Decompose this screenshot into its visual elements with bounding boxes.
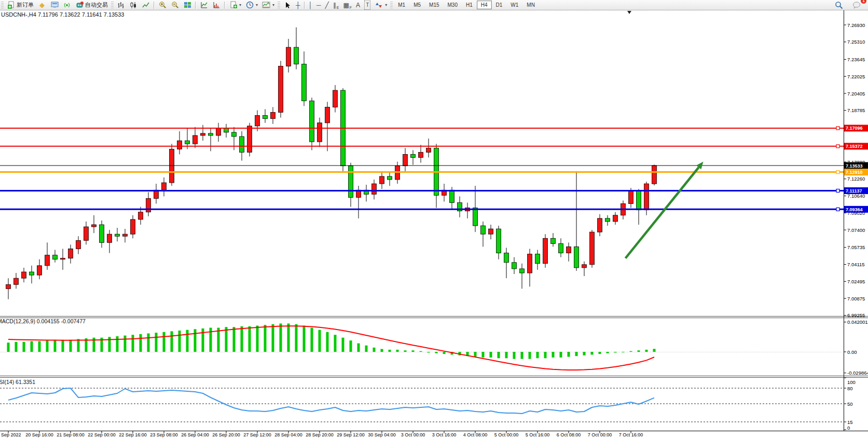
candle-body — [294, 47, 299, 64]
cursor-button[interactable] — [281, 0, 294, 10]
macd-histogram-bar — [163, 332, 166, 352]
macd-histogram-bar — [334, 335, 337, 352]
time-axis-label: 7 Oct 00:00 — [588, 432, 612, 437]
template-button[interactable]: ▾ — [260, 0, 277, 10]
candle-body — [582, 265, 587, 268]
macd-histogram-bar — [529, 352, 531, 359]
channel-button[interactable]: ∥ E — [331, 0, 341, 10]
candle-body — [302, 64, 307, 101]
candle-body — [590, 232, 595, 265]
indicator-list-button[interactable] — [210, 0, 223, 10]
crosshair-button[interactable]: ┼ — [294, 0, 302, 10]
bar-chart-button[interactable] — [115, 0, 127, 10]
candle-body — [637, 191, 641, 210]
signals-button[interactable] — [61, 0, 73, 10]
price-tick-label: 7.05735 — [847, 244, 865, 250]
candle-body — [201, 133, 205, 135]
tile-windows-button[interactable] — [181, 0, 194, 10]
clock-icon — [245, 1, 254, 9]
macd-histogram-bar — [536, 352, 539, 358]
zoom-in-button[interactable] — [156, 0, 169, 10]
macd-histogram-bar — [544, 352, 547, 358]
market-watch-icon — [50, 1, 59, 9]
indicator-window-button[interactable] — [198, 0, 210, 10]
candle-body — [139, 212, 143, 220]
timeframe-button-H4[interactable]: H4 — [477, 1, 492, 9]
signals-icon — [63, 1, 71, 9]
candle-body — [30, 272, 34, 275]
trend-arrow-shaft[interactable] — [626, 167, 699, 258]
timeframe-button-M15[interactable]: M15 — [425, 1, 443, 9]
timeframe-button-MN[interactable]: MN — [522, 1, 539, 9]
candle-body — [426, 148, 431, 152]
hline-handle[interactable] — [836, 208, 839, 211]
timeframe-button-M30[interactable]: M30 — [444, 1, 462, 9]
macd-histogram-bar — [513, 352, 516, 359]
hline-handle[interactable] — [836, 171, 839, 174]
macd-histogram-bar — [498, 352, 500, 358]
text-tool-button[interactable]: A — [354, 0, 362, 10]
candle-body — [100, 225, 104, 242]
price-tag-label: 7.15372 — [846, 144, 863, 149]
candle-body — [481, 226, 486, 234]
price-tag-label: 7.11137 — [846, 188, 862, 194]
candlestick-chart-button[interactable] — [127, 0, 140, 10]
macd-histogram-bar — [124, 336, 127, 352]
macd-histogram-bar — [568, 352, 570, 357]
timeframe-button-M1[interactable]: M1 — [394, 1, 409, 9]
price-tick-label: 7.22025 — [847, 74, 865, 79]
dropdown-arrow-icon: ▾ — [272, 3, 274, 7]
shapes-button[interactable]: ▾ — [373, 0, 389, 10]
candle-body — [559, 243, 563, 253]
add-indicator-button[interactable]: ▾ — [227, 0, 243, 10]
time-axis-label: 4 Oct 08:00 — [463, 432, 488, 437]
notifications-button[interactable]: 1 — [850, 0, 863, 10]
hline-handle[interactable] — [836, 189, 839, 192]
vertical-line-button[interactable]: │ — [307, 0, 315, 10]
candle-body — [574, 246, 579, 267]
search-button[interactable] — [833, 0, 845, 10]
candle-body — [68, 249, 73, 258]
time-axis-label: 3 Oct 16:00 — [432, 432, 457, 437]
candle-body — [177, 141, 182, 149]
time-axis-label: 28 Sep 04:00 — [274, 432, 302, 437]
chat-icon — [852, 1, 861, 9]
candle-body — [286, 47, 291, 66]
candle-body — [349, 166, 353, 198]
timeframe-button-M5[interactable]: M5 — [409, 1, 425, 9]
candle-body — [107, 234, 112, 242]
trendline-button[interactable]: ╱ — [323, 0, 331, 10]
chart-shift-marker[interactable] — [627, 11, 631, 14]
macd-histogram-bar — [645, 350, 648, 352]
macd-tick-label: 0.00 — [847, 349, 857, 355]
timeframe-button-D1[interactable]: D1 — [492, 1, 507, 9]
zoom-out-icon — [171, 1, 179, 9]
label-tool-button[interactable]: T — [362, 0, 373, 10]
price-chart[interactable]: 7.269307.253107.236457.220257.204057.187… — [0, 0, 868, 439]
hline-handle[interactable] — [836, 127, 839, 130]
macd-histogram-bar — [490, 352, 492, 358]
dropdown-arrow-icon: ▾ — [385, 3, 387, 7]
price-tag-label: 7.17096 — [846, 126, 863, 131]
candle-body — [45, 255, 50, 266]
timeframe-button-W1[interactable]: W1 — [506, 1, 522, 9]
macd-histogram-bar — [303, 325, 306, 352]
dropdown-arrow-icon: ▾ — [239, 3, 241, 7]
candle-body — [613, 215, 618, 222]
fibonacci-button[interactable]: ▦ F — [341, 0, 354, 10]
new-order-button[interactable]: 新订单 — [5, 0, 36, 10]
zoom-out-button[interactable] — [169, 0, 181, 10]
period-button[interactable]: ▾ — [243, 0, 260, 10]
horizontal-line-button[interactable]: ─ — [314, 0, 323, 10]
timeframe-button-H1[interactable]: H1 — [462, 1, 477, 9]
macd-signal-line — [8, 326, 654, 370]
auto-trading-button[interactable]: 自动交易 — [73, 0, 110, 10]
hline-handle[interactable] — [836, 145, 839, 148]
line-chart-button[interactable] — [140, 0, 152, 10]
fibonacci-icon: ▦ — [343, 1, 349, 9]
macd-histogram-bar — [256, 325, 259, 352]
profiles-button[interactable]: ◆ — [36, 0, 48, 10]
price-tag-label: 7.12910 — [846, 170, 863, 175]
bar-chart-icon — [117, 1, 125, 9]
market-watch-button[interactable] — [48, 0, 61, 10]
